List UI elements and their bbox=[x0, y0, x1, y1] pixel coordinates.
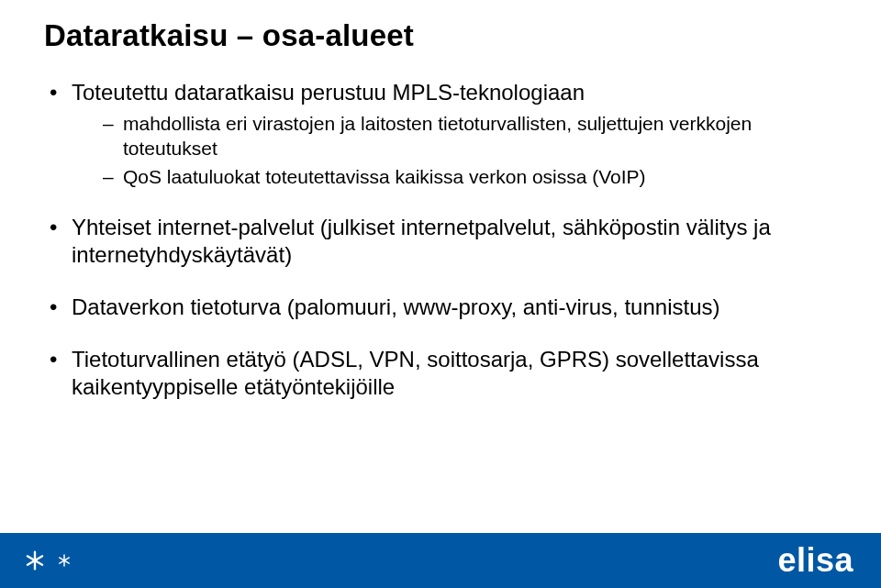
sub-list-item-text: QoS laatuluokat toteutettavissa kaikissa… bbox=[123, 166, 646, 187]
list-item-text: Yhteiset internet-palvelut (julkiset int… bbox=[72, 215, 771, 268]
sub-list-item-text: mahdollista eri virastojen ja laitosten … bbox=[123, 113, 752, 159]
page-title: Dataratkaisu – osa-alueet bbox=[44, 18, 837, 53]
list-item: Toteutettu dataratkaisu perustuu MPLS-te… bbox=[44, 79, 837, 190]
asterisk-icon bbox=[22, 548, 48, 573]
footer-bar: elisa bbox=[0, 533, 881, 588]
footer-left-icons bbox=[22, 548, 77, 573]
bullet-list: Toteutettu dataratkaisu perustuu MPLS-te… bbox=[44, 79, 837, 402]
list-item-text: Dataverkon tietoturva (palomuuri, www-pr… bbox=[72, 294, 719, 319]
brand-logo: elisa bbox=[777, 544, 853, 577]
sub-list: mahdollista eri virastojen ja laitosten … bbox=[99, 111, 837, 190]
sub-list-item: mahdollista eri virastojen ja laitosten … bbox=[99, 111, 837, 161]
list-item: Tietoturvallinen etätyö (ADSL, VPN, soit… bbox=[44, 346, 837, 402]
list-item: Yhteiset internet-palvelut (julkiset int… bbox=[44, 214, 837, 270]
list-item: Dataverkon tietoturva (palomuuri, www-pr… bbox=[44, 294, 837, 322]
asterisk-icon bbox=[56, 552, 72, 569]
footer-right: elisa bbox=[777, 544, 853, 577]
sub-list-item: QoS laatuluokat toteutettavissa kaikissa… bbox=[99, 164, 837, 189]
list-item-text: Tietoturvallinen etätyö (ADSL, VPN, soit… bbox=[72, 347, 759, 400]
slide: Dataratkaisu – osa-alueet Toteutettu dat… bbox=[0, 0, 881, 588]
list-item-text: Toteutettu dataratkaisu perustuu MPLS-te… bbox=[72, 80, 585, 105]
